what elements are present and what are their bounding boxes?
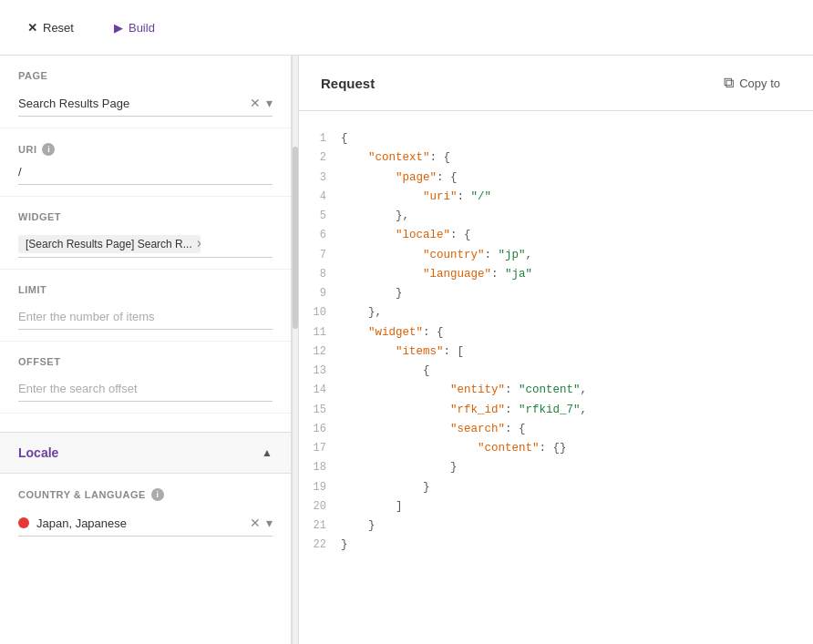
line-content: "widget": {	[341, 323, 444, 342]
line-number: 14	[308, 381, 341, 399]
code-line: 6 "locale": {	[299, 226, 813, 245]
locale-title: Locale	[18, 445, 58, 460]
code-line: 12 "items": [	[299, 342, 813, 362]
right-panel-wrapper: Request ⧉ Copy to 1{2 "context": {3 "pag…	[299, 56, 813, 644]
widget-section-label: WIDGET	[0, 197, 291, 228]
code-line: 10 },	[299, 303, 813, 322]
main-layout: PAGE Search Results Page ✕ ▾ URI i WIDGE…	[0, 56, 813, 644]
widget-tag-control: [Search Results Page] Search R... ✕	[18, 231, 273, 258]
line-number: 22	[308, 536, 341, 554]
code-line: 9 }	[299, 284, 813, 303]
page-select-value: Search Results Page	[18, 97, 129, 110]
code-block: 1{2 "context": {3 "page": {4 "uri": "/"5…	[299, 120, 813, 565]
code-line: 22}	[299, 536, 813, 555]
spacer	[0, 414, 291, 432]
code-line: 11 "widget": {	[299, 323, 813, 342]
page-select-icons: ✕ ▾	[250, 96, 273, 110]
line-number: 4	[308, 188, 341, 206]
japan-flag-icon	[18, 517, 29, 528]
code-line: 16 "search": {	[299, 420, 813, 439]
country-language-label: COUNTRY & LANGUAGE	[18, 489, 146, 500]
uri-section-label: URI	[18, 144, 36, 155]
line-content: }	[341, 536, 348, 555]
line-number: 12	[308, 342, 341, 361]
line-number: 10	[308, 303, 341, 322]
country-clear-icon[interactable]: ✕	[250, 516, 261, 530]
locale-header[interactable]: Locale ▲	[0, 432, 291, 474]
line-content: {	[341, 129, 348, 148]
widget-tag-row: [Search Results Page] Search R... ✕	[0, 228, 291, 270]
page-select-row: Search Results Page ✕ ▾	[0, 87, 291, 128]
line-number: 17	[308, 439, 341, 457]
country-info-icon[interactable]: i	[151, 488, 164, 501]
line-number: 15	[308, 401, 341, 419]
line-content: }	[341, 458, 458, 477]
country-label-row: COUNTRY & LANGUAGE i	[0, 474, 291, 506]
uri-label-row: URI i	[0, 128, 291, 156]
line-content: }	[341, 284, 403, 303]
widget-tag-remove[interactable]: ✕	[196, 238, 201, 250]
line-number: 19	[308, 478, 341, 496]
code-view: 1{2 "context": {3 "page": {4 "uri": "/"5…	[299, 111, 813, 644]
code-line: 1{	[299, 129, 813, 148]
uri-field-row	[0, 156, 291, 197]
line-content: "entity": "content",	[341, 381, 587, 400]
line-number: 8	[308, 265, 341, 283]
line-content: "locale": {	[341, 226, 471, 245]
country-control[interactable]: Japan, Japanese ✕ ▾	[18, 510, 273, 537]
right-header: Request ⧉ Copy to	[299, 56, 813, 111]
line-content: {	[341, 362, 430, 381]
code-line: 2 "context": {	[299, 148, 813, 168]
limit-input[interactable]	[18, 304, 273, 330]
request-title: Request	[321, 76, 375, 91]
build-label: Build	[129, 21, 155, 35]
code-line: 20 ]	[299, 497, 813, 516]
country-value-left: Japan, Japanese	[18, 516, 127, 530]
copy-label: Copy to	[739, 77, 780, 90]
uri-input[interactable]	[18, 159, 273, 185]
build-button[interactable]: ▶ Build	[101, 14, 168, 42]
scrollbar-thumb[interactable]	[293, 147, 298, 329]
country-chevron-icon[interactable]: ▾	[266, 516, 273, 530]
code-line: 19 }	[299, 478, 813, 497]
page-chevron-icon[interactable]: ▾	[266, 96, 273, 110]
line-content: }	[341, 516, 376, 536]
page-section-label: PAGE	[0, 56, 291, 87]
code-line: 18 }	[299, 458, 813, 477]
line-number: 16	[308, 420, 341, 438]
copy-button[interactable]: ⧉ Copy to	[713, 67, 791, 98]
code-line: 5 },	[299, 207, 813, 226]
line-content: "rfk_id": "rfkid_7",	[341, 401, 587, 420]
line-content: "language": "ja"	[341, 265, 532, 284]
toolbar-left: ✕ Reset ▶ Build	[15, 14, 168, 42]
line-content: "search": {	[341, 420, 526, 439]
page-clear-icon[interactable]: ✕	[250, 96, 261, 110]
offset-input[interactable]	[18, 376, 273, 402]
code-line: 7 "country": "jp",	[299, 246, 813, 265]
limit-field-row	[0, 301, 291, 342]
offset-field-row	[0, 373, 291, 414]
line-content: "context": {	[341, 148, 450, 168]
page-select-control[interactable]: Search Results Page ✕ ▾	[18, 90, 273, 117]
line-number: 21	[308, 516, 341, 535]
line-number: 18	[308, 458, 341, 476]
code-line: 21 }	[299, 516, 813, 536]
widget-tag: [Search Results Page] Search R... ✕	[18, 235, 201, 253]
code-line: 13 {	[299, 362, 813, 381]
line-number: 5	[308, 207, 341, 225]
reset-label: Reset	[43, 21, 74, 35]
line-content: "page": {	[341, 169, 458, 188]
uri-info-icon[interactable]: i	[42, 143, 55, 156]
line-content: "content": {}	[341, 439, 567, 458]
country-select-icons: ✕ ▾	[250, 516, 273, 530]
code-line: 17 "content": {}	[299, 439, 813, 458]
line-content: "country": "jp",	[341, 246, 532, 265]
line-content: },	[341, 207, 409, 226]
line-content: ]	[341, 497, 403, 516]
left-panel: PAGE Search Results Page ✕ ▾ URI i WIDGE…	[0, 56, 292, 644]
line-number: 11	[308, 323, 341, 342]
reset-button[interactable]: ✕ Reset	[15, 14, 87, 42]
line-number: 2	[308, 148, 341, 167]
widget-tag-text: [Search Results Page] Search R...	[26, 238, 192, 250]
line-content: "uri": "/"	[341, 188, 491, 207]
